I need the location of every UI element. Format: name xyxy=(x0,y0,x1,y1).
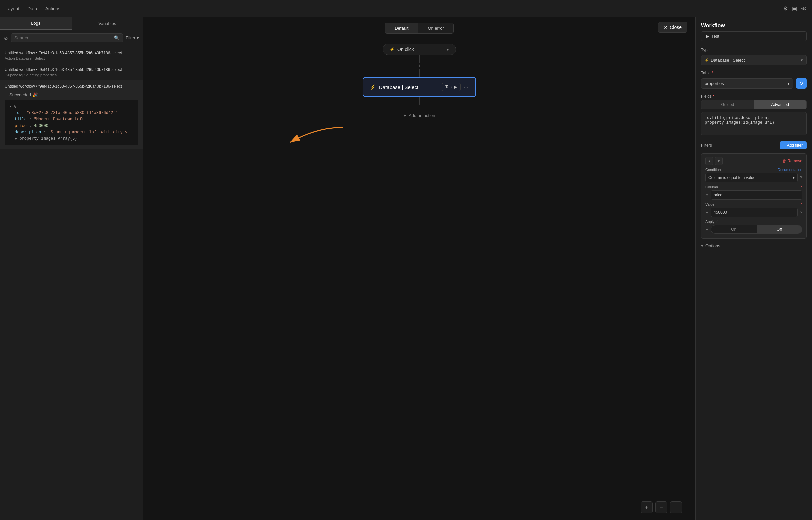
condition-help-icon[interactable]: ? xyxy=(800,175,802,180)
action-test-button[interactable]: Test ▶ xyxy=(442,83,461,91)
filter-arrows: ▲ ▼ xyxy=(705,157,723,165)
canvas-flow: ⚡ On click ▾ + ⚡ Database | Select xyxy=(143,37,695,520)
options-section[interactable]: ▾ Options xyxy=(696,240,812,252)
log-entry-1[interactable]: Untitled workflow • f9ef41c3-1c53-4857-8… xyxy=(0,47,143,64)
condition-chevron-icon: ▾ xyxy=(793,175,795,180)
test-play-icon: ▶ xyxy=(706,34,709,39)
filter-card: ▲ ▼ 🗑 Remove Condition Documentation Col… xyxy=(701,153,807,239)
action-more-button[interactable]: ⋯ xyxy=(463,84,469,90)
nav-layout[interactable]: Layout xyxy=(5,6,19,11)
nav-actions[interactable]: Actions xyxy=(45,6,61,11)
filter-button[interactable]: Filter ▾ xyxy=(126,35,139,40)
fields-section-label: Fields * xyxy=(696,91,812,100)
left-panel: Logs Variables ⊘ 🔍 Filter ▾ Untitled wor… xyxy=(0,17,143,520)
type-field-row: ⚡ Database | Select ▾ xyxy=(696,54,812,68)
expand-chevron[interactable]: ▾ xyxy=(9,104,12,109)
tab-default[interactable]: Default xyxy=(385,23,418,34)
close-button[interactable]: ✕ Close xyxy=(658,22,687,33)
log-entry-1-title: Untitled workflow • f9ef41c3-1c53-4857-8… xyxy=(5,51,138,55)
succeeded-badge: Succeeded 🎉 xyxy=(5,90,138,100)
add-filter-button[interactable]: + Add filter xyxy=(780,141,807,149)
add-node-plus-icon[interactable]: + xyxy=(418,63,421,69)
filter-remove-button[interactable]: 🗑 Remove xyxy=(782,159,802,163)
value-label: Value * xyxy=(705,202,802,206)
trigger-chevron-icon: ▾ xyxy=(447,47,449,52)
toggle-off-option[interactable]: Off xyxy=(757,225,802,233)
condition-row: Column is equal to a value ▾ ? xyxy=(705,173,802,182)
filter-label: Filter xyxy=(126,35,135,40)
tab-logs[interactable]: Logs xyxy=(0,17,72,30)
images-chevron[interactable]: ▶ xyxy=(15,136,17,141)
filters-label: Filters xyxy=(701,143,712,148)
canvas-bottom-bar: + − ⛶ xyxy=(641,501,682,513)
collapse-icon[interactable]: ≪ xyxy=(801,5,807,12)
column-label: Column * xyxy=(705,185,802,189)
log-entry-2[interactable]: Untitled workflow • f9ef41c3-1c53-4857-8… xyxy=(0,64,143,81)
connector-line-mid xyxy=(419,69,420,77)
filter-move-up-button[interactable]: ▲ xyxy=(705,157,713,165)
action-node[interactable]: ⚡ Database | Select Test ▶ ⋯ xyxy=(363,77,476,97)
table-section-label: Table * xyxy=(696,68,812,77)
search-input-wrap: 🔍 xyxy=(11,33,123,42)
right-panel: Workflow ⋯ ▶ Test Type ⚡ Database | Sele… xyxy=(695,17,812,520)
toggle-on-option[interactable]: On xyxy=(711,225,757,233)
filters-header: Filters + Add filter xyxy=(696,139,812,152)
action-lightning-icon: ⚡ xyxy=(370,84,376,90)
tab-variables[interactable]: Variables xyxy=(72,17,143,30)
advanced-toggle-opt[interactable]: Advanced xyxy=(754,100,807,109)
top-bar: Layout Data Actions ⚙ ▣ ≪ xyxy=(0,0,812,17)
log-entry-3-title: Untitled workflow • f9ef41c3-1c53-4857-8… xyxy=(5,84,138,89)
column-required-star: * xyxy=(801,185,802,189)
value-magic-icon: ✦ xyxy=(705,210,709,215)
type-chevron-icon: ▾ xyxy=(801,58,803,63)
trigger-node[interactable]: ⚡ On click ▾ xyxy=(383,44,456,55)
top-nav: Layout Data Actions xyxy=(5,6,61,11)
search-input[interactable] xyxy=(14,35,112,40)
condition-select[interactable]: Column is equal to a value ▾ xyxy=(705,173,798,182)
left-tabs: Logs Variables xyxy=(0,17,143,30)
connector-top: + xyxy=(418,55,421,77)
zoom-in-button[interactable]: + xyxy=(641,501,653,513)
options-chevron-icon: ▾ xyxy=(701,243,703,248)
fields-toggle: Guided Advanced xyxy=(701,100,807,109)
fullscreen-button[interactable]: ⛶ xyxy=(670,501,682,513)
code-output: ▾ 0 id : "e8c027c8-73fa-40ac-b380-f11a36… xyxy=(5,100,138,145)
table-field-row: properties ▾ ↻ xyxy=(696,77,812,91)
trigger-icon: ⚡ xyxy=(390,47,395,52)
column-input-row: ✦ xyxy=(705,190,802,200)
add-action-row[interactable]: + Add an action xyxy=(398,108,440,123)
documentation-link[interactable]: Documentation xyxy=(778,168,802,172)
value-help-icon[interactable]: ? xyxy=(800,210,802,215)
action-node-right: Test ▶ ⋯ xyxy=(442,83,469,91)
action-node-left: ⚡ Database | Select xyxy=(370,84,418,90)
condition-row-label: Condition Documentation xyxy=(705,168,802,172)
column-input[interactable] xyxy=(711,190,802,200)
apply-if-row: Apply if ✦ On Off xyxy=(705,220,802,234)
type-select[interactable]: ⚡ Database | Select ▾ xyxy=(701,55,807,65)
log-entry-3[interactable]: Untitled workflow • f9ef41c3-1c53-4857-8… xyxy=(0,81,143,149)
workflow-more-icon[interactable]: ⋯ xyxy=(802,23,807,28)
test-workflow-button[interactable]: ▶ Test xyxy=(701,31,807,41)
guided-toggle-opt[interactable]: Guided xyxy=(701,100,754,109)
cancel-search-icon[interactable]: ⊘ xyxy=(4,35,8,41)
value-input[interactable] xyxy=(711,208,798,217)
search-row: ⊘ 🔍 Filter ▾ xyxy=(0,30,143,46)
nav-data[interactable]: Data xyxy=(27,6,37,11)
zoom-out-button[interactable]: − xyxy=(655,501,667,513)
fields-textarea[interactable]: id,title,price,description, property_ima… xyxy=(701,112,807,135)
action-label: Database | Select xyxy=(379,84,418,90)
log-entry-2-sub: [Supabase] Selecting properties xyxy=(5,73,138,77)
filter-move-down-button[interactable]: ▼ xyxy=(715,157,723,165)
type-green-dot: ⚡ xyxy=(705,58,709,62)
settings-icon[interactable]: ⚙ xyxy=(783,5,788,12)
column-magic-icon: ✦ xyxy=(705,193,709,197)
add-action-plus-icon: + xyxy=(403,113,406,118)
workflow-title: Workflow xyxy=(701,23,725,29)
table-select[interactable]: properties ▾ xyxy=(701,78,793,89)
close-x-icon: ✕ xyxy=(664,25,668,30)
connector-line-bottom xyxy=(419,97,420,105)
layout-icon[interactable]: ▣ xyxy=(792,5,797,12)
table-chevron-icon: ▾ xyxy=(787,81,790,86)
tab-on-error[interactable]: On error xyxy=(418,23,453,34)
refresh-button[interactable]: ↻ xyxy=(796,78,807,89)
